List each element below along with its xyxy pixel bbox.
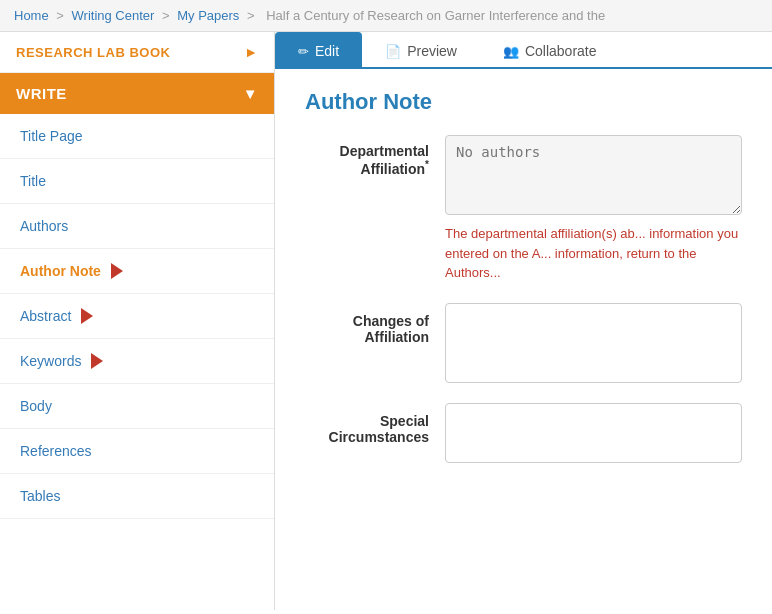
breadcrumb-my-papers[interactable]: My Papers xyxy=(177,8,239,23)
author-note-link[interactable]: Author Note xyxy=(20,263,101,279)
sidebar-research-lab[interactable]: RESEARCH LAB BOOK ► xyxy=(0,32,274,73)
title-link[interactable]: Title xyxy=(20,173,46,189)
sidebar-item-keywords[interactable]: Keywords xyxy=(0,339,274,384)
preview-icon: 📄 xyxy=(385,44,401,59)
tab-edit[interactable]: ✏ Edit xyxy=(275,32,362,69)
form-content: Author Note Departmental Affiliation* Th… xyxy=(275,69,772,503)
special-circumstances-input[interactable] xyxy=(445,403,742,463)
changes-of-affiliation-row: Changes of Affiliation xyxy=(305,303,742,383)
sidebar-item-body[interactable]: Body xyxy=(0,384,274,429)
breadcrumb-home[interactable]: Home xyxy=(14,8,49,23)
title-page-link[interactable]: Title Page xyxy=(20,128,83,144)
sidebar-item-title[interactable]: Title xyxy=(0,159,274,204)
sidebar: RESEARCH LAB BOOK ► WRITE ▼ Title Page T… xyxy=(0,32,275,610)
departmental-affiliation-label: Departmental Affiliation* xyxy=(305,135,445,177)
tables-link[interactable]: Tables xyxy=(20,488,60,504)
departmental-affiliation-row: Departmental Affiliation* The department… xyxy=(305,135,742,283)
author-note-arrow-icon xyxy=(111,263,123,279)
section-title: Author Note xyxy=(305,89,742,115)
tab-preview-label: Preview xyxy=(407,43,457,59)
special-circumstances-row: Special Circumstances xyxy=(305,403,742,463)
changes-of-affiliation-input[interactable] xyxy=(445,303,742,383)
abstract-link[interactable]: Abstract xyxy=(20,308,71,324)
sidebar-item-author-note[interactable]: Author Note xyxy=(0,249,274,294)
main-layout: RESEARCH LAB BOOK ► WRITE ▼ Title Page T… xyxy=(0,32,772,610)
sidebar-item-references[interactable]: References xyxy=(0,429,274,474)
tab-bar: ✏ Edit 📄 Preview 👥 Collaborate xyxy=(275,32,772,69)
tab-collaborate-label: Collaborate xyxy=(525,43,597,59)
departmental-affiliation-helper: The departmental affiliation(s) ab... in… xyxy=(445,224,742,283)
authors-link[interactable]: Authors xyxy=(20,218,68,234)
abstract-arrow-icon xyxy=(81,308,93,324)
research-lab-label: RESEARCH LAB BOOK xyxy=(16,45,170,60)
tab-collaborate[interactable]: 👥 Collaborate xyxy=(480,32,620,69)
breadcrumb-current: Half a Century of Research on Garner Int… xyxy=(266,8,605,23)
tab-preview[interactable]: 📄 Preview xyxy=(362,32,480,69)
write-label: WRITE xyxy=(16,85,67,102)
keywords-link[interactable]: Keywords xyxy=(20,353,81,369)
sidebar-item-abstract[interactable]: Abstract xyxy=(0,294,274,339)
departmental-affiliation-input[interactable] xyxy=(445,135,742,215)
breadcrumb: Home > Writing Center > My Papers > Half… xyxy=(0,0,772,32)
sidebar-write-section: WRITE ▼ xyxy=(0,73,274,114)
sidebar-item-title-page[interactable]: Title Page xyxy=(0,114,274,159)
sidebar-item-tables[interactable]: Tables xyxy=(0,474,274,519)
collaborate-icon: 👥 xyxy=(503,44,519,59)
references-link[interactable]: References xyxy=(20,443,92,459)
edit-icon: ✏ xyxy=(298,44,309,59)
changes-of-affiliation-label: Changes of Affiliation xyxy=(305,303,445,345)
breadcrumb-writing-center[interactable]: Writing Center xyxy=(72,8,155,23)
keywords-arrow-icon xyxy=(91,353,103,369)
body-link[interactable]: Body xyxy=(20,398,52,414)
content-area: ✏ Edit 📄 Preview 👥 Collaborate Author No… xyxy=(275,32,772,610)
research-lab-arrow-icon: ► xyxy=(244,44,258,60)
write-dropdown-icon: ▼ xyxy=(243,85,258,102)
special-circumstances-label: Special Circumstances xyxy=(305,403,445,445)
sidebar-item-authors[interactable]: Authors xyxy=(0,204,274,249)
tab-edit-label: Edit xyxy=(315,43,339,59)
